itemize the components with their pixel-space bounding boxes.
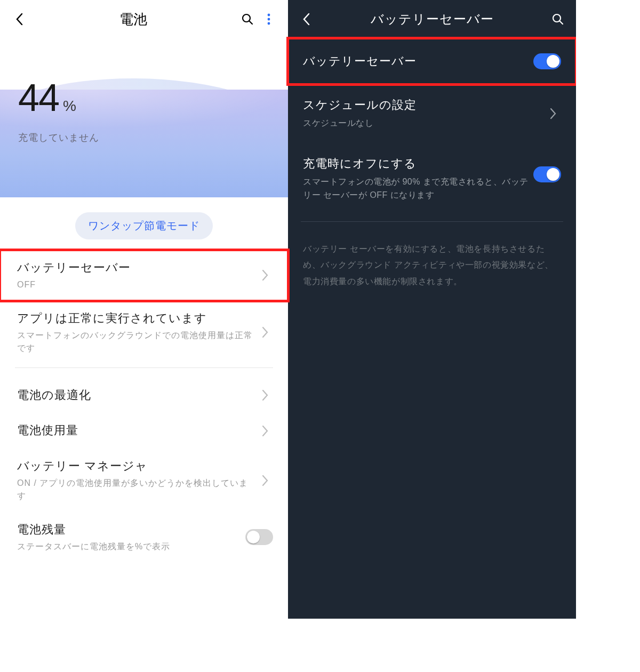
chevron-right-icon [545, 108, 561, 119]
battery-percent-value: 44 [18, 76, 59, 119]
svg-point-2 [268, 14, 270, 17]
row-battery-manager[interactable]: バッテリー マネージャ ON / アプリの電池使用量が多いかどうかを検出していま… [0, 449, 288, 512]
row-title: バッテリーセーバー [303, 53, 533, 69]
page-title: 電池 [30, 10, 237, 29]
row-schedule[interactable]: スケジュールの設定 スケジュールなし [288, 84, 576, 143]
divider [301, 221, 563, 222]
svg-point-4 [268, 22, 270, 25]
chevron-right-icon [257, 425, 273, 437]
battery-percent-unit: % [63, 98, 75, 114]
row-battery-remaining[interactable]: 電池残量 ステータスバーに電池残量を%で表示 [0, 512, 288, 563]
row-title: 電池残量 [17, 522, 245, 538]
chevron-right-icon [257, 389, 273, 401]
back-button[interactable] [9, 13, 30, 26]
chevron-right-icon [257, 269, 273, 281]
search-icon [241, 13, 254, 26]
toggle-battery-saver[interactable] [533, 53, 561, 69]
toggle-knob [547, 168, 559, 181]
search-button[interactable] [547, 13, 569, 26]
pill-row: ワンタップ節電モード [0, 197, 288, 250]
battery-settings-screen: 電池 44% 充電していません ワンタップ節電モード バッテリーセーバー OFF [0, 0, 288, 619]
more-button[interactable] [258, 13, 279, 26]
toggle-off-when-charged[interactable] [533, 166, 561, 182]
row-battery-usage[interactable]: 電池使用量 [0, 413, 288, 449]
chevron-left-icon [302, 13, 310, 26]
search-button[interactable] [237, 13, 258, 26]
row-subtitle: ON / アプリの電池使用量が多いかどうかを検出しています [17, 477, 257, 502]
battery-percent: 44% [18, 76, 75, 119]
toggle-knob [247, 531, 260, 543]
row-subtitle: OFF [17, 278, 257, 291]
chevron-right-icon [257, 326, 273, 338]
page-title: バッテリーセーバー [317, 11, 547, 28]
header: 電池 [0, 0, 288, 38]
row-battery-optimization[interactable]: 電池の最適化 [0, 378, 288, 413]
chevron-left-icon [15, 13, 23, 26]
row-battery-saver-toggle[interactable]: バッテリーセーバー [288, 38, 576, 84]
row-title: 電池の最適化 [17, 387, 257, 404]
svg-line-6 [559, 21, 563, 24]
more-vertical-icon [267, 13, 271, 26]
svg-point-3 [268, 18, 270, 21]
row-title: 充電時にオフにする [303, 156, 533, 172]
charging-status: 充電していません [0, 119, 288, 144]
one-tap-power-save-button[interactable]: ワンタップ節電モード [75, 212, 213, 239]
row-subtitle: スケジュールなし [303, 116, 545, 130]
battery-saver-screen: バッテリーセーバー バッテリーセーバー スケジュールの設定 スケジュールなし 充… [288, 0, 576, 619]
row-title: 電池使用量 [17, 422, 257, 439]
row-apps-running[interactable]: アプリは正常に実行されています スマートフォンのバックグラウンドでの電池使用量は… [0, 301, 288, 364]
row-title: アプリは正常に実行されています [17, 310, 257, 327]
divider [15, 367, 273, 368]
chevron-right-icon [257, 475, 273, 486]
row-battery-saver[interactable]: バッテリーセーバー OFF [0, 250, 288, 301]
row-title: バッテリー マネージャ [17, 458, 257, 475]
row-subtitle: スマートフォンの電池が 90% まで充電されると、バッテリー セーバーが OFF… [303, 175, 533, 202]
row-title: スケジュールの設定 [303, 97, 545, 113]
settings-list: バッテリーセーバー OFF アプリは正常に実行されています スマートフォンのバッ… [0, 250, 288, 563]
battery-saver-description: バッテリー セーバーを有効にすると、電池を長持ちさせるため、バックグラウンド ア… [288, 235, 576, 296]
row-title: バッテリーセーバー [17, 260, 257, 276]
row-off-when-charged[interactable]: 充電時にオフにする スマートフォンの電池が 90% まで充電されると、バッテリー… [288, 143, 576, 215]
svg-line-1 [249, 21, 252, 24]
row-subtitle: ステータスバーに電池残量を%で表示 [17, 540, 245, 553]
battery-hero: 44% 充電していません [0, 38, 288, 197]
row-subtitle: スマートフォンのバックグラウンドでの電池使用量は正常です [17, 329, 257, 355]
toggle-knob [547, 55, 559, 68]
search-icon [551, 13, 564, 26]
toggle-battery-percent[interactable] [245, 529, 273, 545]
header: バッテリーセーバー [288, 0, 576, 38]
back-button[interactable] [295, 13, 317, 26]
